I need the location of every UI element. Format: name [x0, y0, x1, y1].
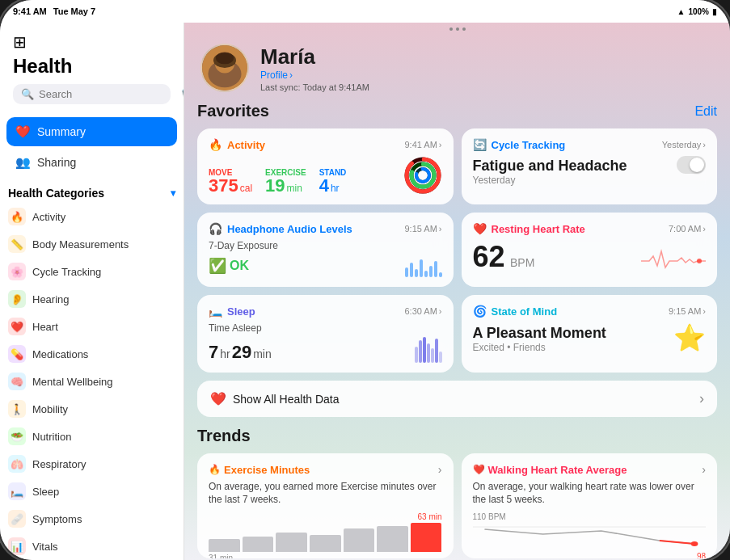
state-of-mind-card[interactable]: 🌀 State of Mind 9:15 AM › A P	[462, 295, 718, 373]
state-icon: 🌀	[473, 305, 487, 318]
sleep-card-icon: 🛏️	[209, 305, 222, 318]
screen: 9:41 AM Tue May 7 ▲ 100% ▮ ⊞ Health 🔍	[0, 0, 730, 560]
bpm-chart-label: 110 BPM	[473, 512, 707, 521]
bar-5	[344, 528, 375, 553]
sidebar-item-activity[interactable]: 🔥 Activity	[0, 203, 184, 230]
search-input[interactable]	[39, 88, 175, 100]
trends-title-row: Trends	[197, 427, 717, 445]
heart-rate-trend-card[interactable]: ❤️ Walking Heart Rate Average › On avera…	[462, 453, 718, 558]
headphone-card[interactable]: 🎧 Headphone Audio Levels 9:15 AM › 7-Day…	[197, 213, 454, 287]
exercise-trend-title: 🔥 Exercise Minutes	[209, 464, 310, 476]
heart-rate-trend-title-row: ❤️ Walking Heart Rate Average ›	[473, 463, 707, 476]
cycle-card-title: Cycle Tracking	[492, 139, 566, 151]
content-area: María Profile › Last sync: Today at 9:41…	[184, 23, 730, 560]
category-label-hearing: Hearing	[32, 293, 70, 305]
category-label-mobility: Mobility	[32, 403, 68, 415]
bpm-value: 62	[473, 240, 505, 273]
device-frame: 9:41 AM Tue May 7 ▲ 100% ▮ ⊞ Health 🔍	[0, 0, 730, 560]
favorites-title: Favorites	[197, 102, 269, 120]
activity-card-time: 9:41 AM ›	[404, 140, 441, 149]
cycle-icon: 🔄	[473, 138, 487, 151]
sleep-card-header: 🛏️ Sleep 6:30 AM ›	[209, 305, 442, 318]
mood-sub: Excited • Friends	[473, 342, 606, 353]
sidebar-item-hearing[interactable]: 👂 Hearing	[0, 285, 184, 313]
activity-card[interactable]: 🔥 Activity 9:41 AM ›	[197, 128, 454, 204]
sidebar: ⊞ Health 🔍 🎙️ ❤️ Summary 👥 S	[0, 23, 184, 560]
cycle-toggle-dot	[690, 158, 704, 172]
sidebar-item-cycle[interactable]: 🌸 Cycle Tracking	[0, 258, 184, 285]
cycle-status: Fatigue and Headache	[473, 158, 627, 175]
headphone-title-row: 🎧 Headphone Audio Levels	[209, 222, 352, 235]
sidebar-item-heart[interactable]: ❤️ Heart	[0, 313, 184, 340]
status-date: Tue May 7	[53, 6, 95, 16]
sidebar-item-mobility[interactable]: 🚶 Mobility	[0, 395, 184, 423]
profile-link-label: Profile	[260, 69, 288, 81]
activity-title-row: 🔥 Activity	[209, 138, 265, 151]
category-label-vitals: Vitals	[32, 541, 58, 553]
avatar	[200, 44, 249, 92]
activity-flame-icon: 🔥	[209, 138, 222, 151]
exercise-trend-title-row: 🔥 Exercise Minutes ›	[209, 463, 442, 476]
chevron-right-icon: ›	[439, 224, 442, 234]
app-title: Health	[13, 55, 171, 78]
sidebar-item-summary[interactable]: ❤️ Summary	[6, 117, 177, 146]
category-label-symptoms: Symptoms	[32, 513, 82, 525]
heart-rate-card-title: Resting Heart Rate	[492, 223, 585, 235]
search-bar[interactable]: 🔍 🎙️	[13, 84, 171, 104]
sidebar-item-respiratory[interactable]: 🫁 Respiratory	[0, 450, 184, 478]
heart-rate-chart: 110 BPM 98	[473, 512, 707, 558]
battery-status: 100%	[688, 7, 709, 16]
profile-info: María Profile › Last sync: Today at 9:41…	[260, 44, 369, 92]
exercise-trend-card[interactable]: 🔥 Exercise Minutes › On average, you ear…	[197, 453, 454, 558]
trends-grid: 🔥 Exercise Minutes › On average, you ear…	[197, 453, 717, 558]
vitals-icon: 📊	[8, 537, 26, 555]
sidebar-item-vitals[interactable]: 📊 Vitals	[0, 533, 184, 560]
move-value: 375	[209, 177, 238, 195]
mood-star: ⭐	[673, 322, 706, 353]
profile-link[interactable]: Profile ›	[260, 69, 369, 81]
sidebar-item-sharing[interactable]: 👥 Sharing	[6, 148, 177, 177]
bar-6	[377, 526, 408, 552]
show-all-row[interactable]: ❤️ Show All Health Data ›	[197, 381, 717, 417]
sidebar-item-symptoms[interactable]: 🩹 Symptoms	[0, 505, 184, 533]
mobility-icon: 🚶	[8, 400, 26, 418]
status-time: 9:41 AM	[13, 6, 47, 16]
chevron-right-icon: ›	[703, 306, 706, 316]
status-bar: 9:41 AM Tue May 7 ▲ 100% ▮	[0, 0, 730, 23]
edit-button[interactable]: Edit	[694, 104, 717, 119]
wifi-icon: ▲	[677, 7, 686, 16]
mood-text: A Pleasant Moment	[473, 325, 606, 342]
show-all-label: Show All Health Data	[233, 393, 340, 406]
sidebar-item-sleep[interactable]: 🛏️ Sleep	[0, 478, 184, 505]
category-label-activity: Activity	[32, 211, 65, 223]
sidebar-item-nutrition[interactable]: 🥗 Nutrition	[0, 423, 184, 450]
cycle-tracking-card[interactable]: 🔄 Cycle Tracking Yesterday ›	[462, 128, 718, 204]
category-label-respiratory: Respiratory	[32, 458, 86, 470]
nutrition-icon: 🥗	[8, 427, 26, 445]
min-label: 31 min	[209, 554, 442, 558]
favorites-title-row: Favorites Edit	[197, 102, 717, 120]
bpm-unit: BPM	[510, 256, 534, 269]
sidebar-item-label-sharing: Sharing	[37, 156, 76, 169]
activity-stats: Move 375 cal Exercise	[209, 168, 346, 195]
activity-icon: 🔥	[8, 208, 26, 225]
sidebar-item-medications[interactable]: 💊 Medications	[0, 340, 184, 368]
exercise-trend-desc: On average, you earned more Exercise min…	[209, 481, 442, 506]
stand-unit: hr	[331, 183, 340, 194]
chevron-right-show-all: ›	[699, 390, 704, 407]
chevron-right-icon: ›	[289, 69, 293, 81]
svg-point-13	[690, 541, 698, 546]
heart-rate-card[interactable]: ❤️ Resting Heart Rate 7:00 AM ›	[462, 213, 718, 287]
heart-trend-icon: ❤️	[473, 464, 485, 475]
heart-icon: ❤️	[8, 318, 26, 335]
sleep-card[interactable]: 🛏️ Sleep 6:30 AM › Time Asleep	[197, 295, 454, 373]
main-layout: ⊞ Health 🔍 🎙️ ❤️ Summary 👥 S	[0, 23, 730, 560]
sleep-card-title: Sleep	[227, 305, 255, 318]
sidebar-item-body[interactable]: 📏 Body Measurements	[0, 230, 184, 258]
svg-point-11	[697, 259, 702, 263]
chevron-right-icon: ›	[438, 463, 442, 476]
hearing-icon: 👂	[8, 290, 26, 308]
mental-icon: 🧠	[8, 373, 26, 390]
sidebar-item-mental[interactable]: 🧠 Mental Wellbeing	[0, 368, 184, 395]
body-icon: 📏	[8, 235, 26, 253]
